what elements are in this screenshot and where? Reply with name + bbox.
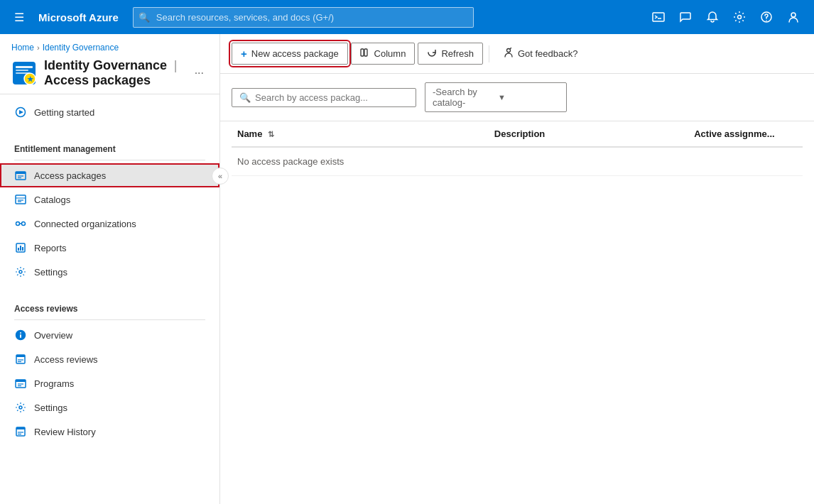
sidebar-item-connected-organizations-label: Connected organizations (34, 219, 136, 229)
sidebar-item-access-reviews-label: Access reviews (34, 354, 98, 365)
profile-icon-button[interactable] (781, 6, 805, 28)
access-reviews-section-label: Access reviews (0, 295, 219, 317)
svg-marker-13 (19, 110, 23, 114)
search-filter-container: 🔍 (232, 88, 416, 107)
breadcrumb-current-link[interactable]: Identity Governance (43, 43, 119, 53)
got-feedback-label: Got feedback? (518, 48, 578, 59)
col-name-label: Name (237, 128, 262, 139)
table-body: No access package exists (232, 147, 803, 176)
svg-point-23 (22, 222, 26, 226)
sidebar-item-settings-ar-label: Settings (34, 402, 67, 413)
svg-point-5 (791, 13, 796, 17)
svg-rect-27 (22, 247, 23, 251)
settings-icon (733, 11, 746, 23)
app-title: Microsoft Azure (38, 11, 119, 23)
toolbar-separator (489, 45, 489, 62)
programs-icon (14, 377, 27, 390)
help-icon-button[interactable] (754, 6, 778, 28)
terminal-icon-button[interactable] (646, 6, 671, 28)
hamburger-menu-button[interactable]: ☰ (9, 6, 30, 28)
sidebar-item-catalogs-label: Catalogs (34, 195, 70, 205)
col-description-label: Description (494, 128, 546, 139)
page-title-text: Identity Governance | Access packages (44, 58, 183, 88)
feedback-icon-button[interactable] (673, 6, 698, 28)
sidebar-item-review-history[interactable]: Review History (0, 420, 219, 444)
access-packages-table: Name ⇅ Description Active assignme... No (232, 121, 803, 176)
hamburger-icon: ☰ (14, 11, 24, 24)
sidebar: Home › Identity Governance ★ (0, 34, 220, 504)
sidebar-collapse-button[interactable]: « (212, 168, 229, 185)
svg-rect-26 (20, 246, 21, 251)
help-icon (760, 11, 773, 23)
table-header: Name ⇅ Description Active assignme... (232, 121, 803, 147)
sidebar-item-access-packages[interactable]: Access packages (0, 163, 219, 187)
nav-section-access-reviews: Access reviews Overview Access reviews (0, 290, 219, 449)
breadcrumb-separator: › (37, 43, 40, 52)
access-reviews-divider (14, 319, 205, 320)
top-bar-icons-group (646, 6, 805, 28)
svg-rect-45 (361, 49, 364, 56)
sidebar-item-settings-ar[interactable]: Settings (0, 395, 219, 420)
sidebar-item-connected-organizations[interactable]: Connected organizations (0, 212, 219, 236)
settings-ar-icon (14, 401, 27, 414)
plus-icon: + (241, 48, 247, 60)
page-title-separator: | (174, 58, 178, 72)
identity-governance-icon: ★ (11, 60, 37, 86)
entitlement-section-label: Entitlement management (0, 136, 219, 157)
catalog-dropdown-value: -Search by catalog- (433, 87, 494, 108)
feedback-person-icon (504, 48, 514, 60)
svg-point-2 (738, 16, 742, 19)
catalog-dropdown[interactable]: -Search by catalog- ▼ (425, 82, 567, 112)
table-area: Name ⇅ Description Active assignme... No (220, 121, 814, 504)
global-search-input[interactable] (133, 7, 474, 28)
search-filter-icon: 🔍 (239, 92, 251, 103)
sidebar-item-overview[interactable]: Overview (0, 323, 219, 347)
svg-point-30 (20, 332, 21, 334)
table-col-description: Description (489, 121, 688, 147)
sidebar-item-reports[interactable]: Reports (0, 236, 219, 260)
review-history-icon (14, 425, 27, 438)
table-col-active-assignments: Active assignme... (688, 121, 803, 147)
svg-rect-31 (20, 334, 21, 338)
got-feedback-button[interactable]: Got feedback? (495, 43, 587, 64)
svg-point-4 (766, 20, 767, 21)
column-button[interactable]: Column (351, 43, 416, 65)
page-title-suffix: Access packages (44, 73, 151, 87)
new-access-package-button[interactable]: + New access package (232, 43, 348, 65)
breadcrumb: Home › Identity Governance (11, 43, 208, 53)
chevron-down-icon: ▼ (498, 93, 559, 102)
nav-section-top: Getting started (0, 94, 219, 130)
new-access-package-label: New access package (251, 48, 339, 59)
settings-entitlement-icon (14, 265, 27, 278)
connected-orgs-icon (14, 217, 27, 230)
global-search-icon: 🔍 (139, 12, 150, 23)
feedback-icon (679, 11, 692, 23)
page-title-prefix: Identity Governance (44, 58, 167, 72)
notification-icon-button[interactable] (700, 6, 725, 28)
access-reviews-nav-icon (14, 353, 27, 366)
global-search-container: 🔍 (133, 7, 474, 28)
sidebar-item-getting-started[interactable]: Getting started (0, 100, 219, 124)
search-by-access-package-input[interactable] (255, 92, 408, 103)
entitlement-divider (14, 160, 205, 160)
settings-icon-button[interactable] (727, 6, 751, 28)
breadcrumb-home-link[interactable]: Home (11, 43, 34, 53)
sidebar-item-programs[interactable]: Programs (0, 371, 219, 395)
table-col-name[interactable]: Name ⇅ (232, 121, 489, 147)
profile-icon (787, 11, 800, 23)
svg-rect-15 (16, 172, 26, 174)
column-label: Column (374, 48, 406, 59)
catalogs-icon (14, 193, 27, 206)
sidebar-item-catalogs[interactable]: Catalogs (0, 187, 219, 212)
more-options-button[interactable]: ··· (190, 65, 208, 81)
sidebar-item-access-reviews[interactable]: Access reviews (0, 347, 219, 371)
col-active-assignments-label: Active assignme... (694, 128, 774, 139)
svg-point-28 (19, 270, 22, 273)
top-navigation-bar: ☰ Microsoft Azure 🔍 (0, 0, 814, 34)
filter-row: 🔍 -Search by catalog- ▼ (220, 74, 814, 121)
refresh-button[interactable]: Refresh (418, 43, 483, 65)
access-packages-icon (14, 169, 27, 182)
sidebar-item-settings-entitlement[interactable]: Settings (0, 260, 219, 284)
overview-icon (14, 329, 27, 341)
sort-icon-name[interactable]: ⇅ (268, 130, 274, 138)
